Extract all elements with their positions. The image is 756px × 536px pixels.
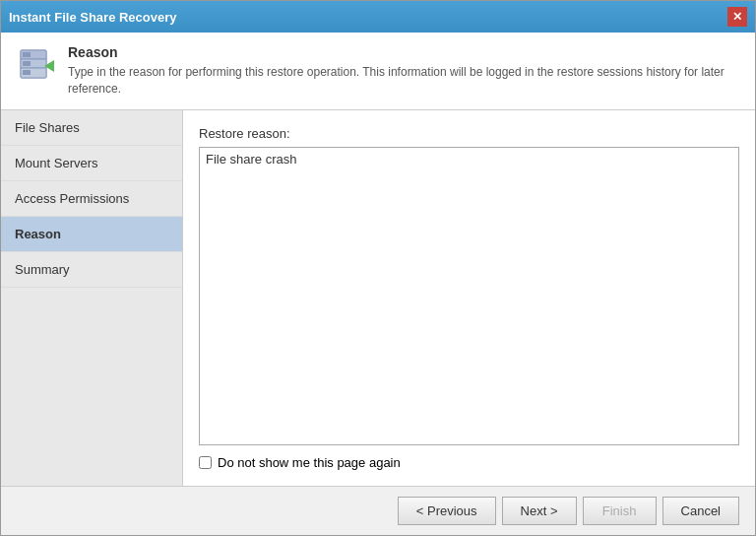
header-text: Reason Type in the reason for performing… xyxy=(68,44,739,98)
window-title: Instant File Share Recovery xyxy=(9,10,177,25)
main-window: Instant File Share Recovery ✕ Reason Typ… xyxy=(0,0,756,536)
sidebar-item-summary[interactable]: Summary xyxy=(1,252,182,288)
cancel-button[interactable]: Cancel xyxy=(662,497,739,525)
svg-rect-6 xyxy=(23,70,31,75)
header-title: Reason xyxy=(68,44,739,60)
sidebar-item-reason[interactable]: Reason xyxy=(1,217,182,252)
do-not-show-label[interactable]: Do not show me this page again xyxy=(218,455,401,470)
svg-rect-4 xyxy=(23,52,31,57)
do-not-show-checkbox[interactable] xyxy=(199,456,212,469)
header-description: Type in the reason for performing this r… xyxy=(68,64,739,98)
checkbox-row: Do not show me this page again xyxy=(199,455,739,470)
restore-reason-label: Restore reason: xyxy=(199,126,739,141)
recovery-icon xyxy=(17,44,56,84)
close-button[interactable]: ✕ xyxy=(727,7,747,27)
sidebar-item-file-shares[interactable]: File Shares xyxy=(1,110,182,146)
header-icon xyxy=(17,44,56,84)
restore-reason-textarea[interactable]: File share crash xyxy=(199,147,739,445)
next-button[interactable]: Next > xyxy=(502,497,577,525)
svg-rect-5 xyxy=(23,61,31,66)
previous-button[interactable]: < Previous xyxy=(398,497,496,525)
finish-button[interactable]: Finish xyxy=(583,497,657,525)
title-bar: Instant File Share Recovery ✕ xyxy=(1,1,755,33)
sidebar-item-mount-servers[interactable]: Mount Servers xyxy=(1,146,182,181)
header-section: Reason Type in the reason for performing… xyxy=(1,33,755,110)
footer: < Previous Next > Finish Cancel xyxy=(1,486,755,535)
main-content: Restore reason: File share crash Do not … xyxy=(183,110,755,486)
sidebar: File Shares Mount Servers Access Permiss… xyxy=(1,110,183,486)
sidebar-item-access-permissions[interactable]: Access Permissions xyxy=(1,181,182,217)
content-area: File Shares Mount Servers Access Permiss… xyxy=(1,110,755,486)
